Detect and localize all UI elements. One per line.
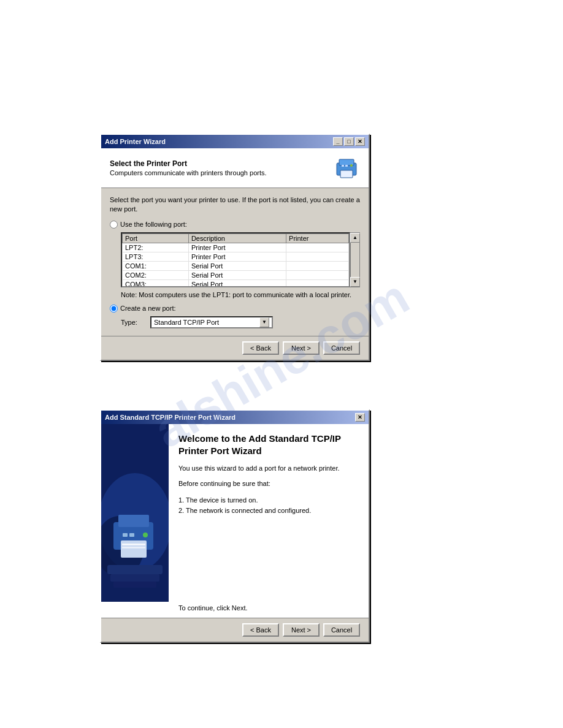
table-row[interactable]: COM1:Serial Port [123, 261, 349, 270]
svg-rect-10 [118, 515, 149, 527]
close-button[interactable]: ✕ [355, 137, 365, 146]
create-new-label: Create a new port: [120, 305, 176, 312]
use-following-port-option[interactable]: Use the following port: [110, 221, 360, 229]
cancel-button[interactable]: Cancel [323, 341, 360, 355]
col-printer: Printer [286, 233, 349, 243]
back-button[interactable]: < Back [242, 341, 279, 355]
sidebar-image [101, 424, 169, 602]
dialog2-description: You use this wizard to add a port for a … [178, 464, 359, 473]
dialog1-footer: < Back Next > Cancel [101, 336, 369, 360]
dialog2-footer: < Back Next > Cancel [101, 618, 369, 642]
svg-rect-2 [340, 170, 353, 178]
titlebar-buttons: _ □ ✕ [333, 137, 365, 146]
table-row[interactable]: LPT3:Printer Port [123, 252, 349, 261]
checklist: 1. The device is turned on. 2. The netwo… [178, 495, 359, 517]
table-cell [286, 279, 349, 287]
table-cell [286, 252, 349, 261]
wizard-header-text: Select the Printer Port Computers commun… [110, 159, 267, 176]
dialog2-cancel-button[interactable]: Cancel [323, 623, 360, 637]
continue-text-area: To continue, click Next. [101, 602, 369, 618]
dialog1-titlebar: Add Printer Wizard _ □ ✕ [101, 135, 369, 148]
svg-rect-16 [122, 547, 145, 548]
scroll-down-button[interactable]: ▼ [350, 277, 360, 287]
minimize-button[interactable]: _ [333, 137, 343, 146]
table-cell: LPT2: [123, 243, 189, 252]
table-cell: COM2: [123, 270, 189, 279]
create-new-port-option[interactable]: Create a new port: [110, 305, 360, 313]
svg-point-14 [143, 533, 148, 537]
create-port-row: Type: Standard TCP/IP Port ▼ [121, 316, 360, 328]
add-printer-wizard-dialog: Add Printer Wizard _ □ ✕ Select the Prin… [100, 134, 370, 361]
table-cell: Serial Port [188, 279, 286, 287]
dropdown-arrow-icon[interactable]: ▼ [259, 317, 269, 327]
use-existing-label: Use the following port: [120, 221, 187, 228]
printer-port-icon [333, 154, 360, 181]
svg-point-5 [350, 164, 353, 167]
table-cell [286, 261, 349, 270]
dialog2-title: Add Standard TCP/IP Printer Port Wizard [105, 414, 236, 421]
svg-rect-11 [121, 540, 147, 558]
table-cell [286, 243, 349, 252]
svg-rect-17 [107, 565, 163, 574]
svg-rect-19 [113, 582, 156, 588]
port-scrollbar[interactable]: ▲ ▼ [350, 232, 360, 287]
svg-rect-15 [122, 544, 145, 545]
svg-rect-18 [110, 574, 159, 582]
next-button[interactable]: Next > [283, 341, 320, 355]
table-cell: LPT3: [123, 252, 189, 261]
checklist-item-2: 2. The network is connected and configur… [178, 506, 359, 517]
table-row[interactable]: COM3:Serial Port [123, 279, 349, 287]
create-new-radio[interactable] [110, 305, 118, 313]
table-cell: Serial Port [188, 270, 286, 279]
dialog2-titlebar-buttons: ✕ [355, 413, 365, 422]
table-row[interactable]: LPT2:Printer Port [123, 243, 349, 252]
table-cell: COM3: [123, 279, 189, 287]
wizard-content: Select the port you want your printer to… [101, 188, 369, 336]
svg-rect-12 [123, 533, 128, 537]
sidebar-decoration [101, 424, 169, 602]
col-description: Description [188, 233, 286, 243]
port-table: Port Description Printer LPT2:Printer Po… [122, 233, 349, 287]
svg-rect-3 [342, 165, 344, 167]
col-port: Port [123, 233, 189, 243]
lpt1-note: Note: Most computers use the LPT1: port … [121, 291, 360, 298]
table-cell: COM1: [123, 261, 189, 270]
wizard-header-subtitle: Computers communicate with printers thro… [110, 169, 267, 176]
port-table-wrapper: Port Description Printer LPT2:Printer Po… [121, 232, 360, 287]
table-cell: Printer Port [188, 252, 286, 261]
dialog2-sidebar [101, 424, 169, 602]
dropdown-value: Standard TCP/IP Port [154, 319, 219, 326]
before-label: Before continuing be sure that: [178, 479, 359, 488]
continue-text: To continue, click Next. [178, 604, 248, 612]
dialog1-title: Add Printer Wizard [105, 138, 166, 145]
use-existing-radio[interactable] [110, 221, 118, 229]
tcpip-wizard-dialog: Add Standard TCP/IP Printer Port Wizard … [100, 409, 370, 643]
dialog2-heading: Welcome to the Add Standard TCP/IP Print… [178, 433, 359, 457]
wizard-description: Select the port you want your printer to… [110, 195, 360, 214]
maximize-button[interactable]: □ [344, 137, 354, 146]
wizard-header-title: Select the Printer Port [110, 159, 267, 168]
port-type-dropdown[interactable]: Standard TCP/IP Port ▼ [150, 316, 273, 328]
dialog2-back-button[interactable]: < Back [242, 623, 279, 637]
table-cell [286, 270, 349, 279]
scroll-up-button[interactable]: ▲ [350, 233, 360, 243]
table-cell: Serial Port [188, 261, 286, 270]
dialog2-close-button[interactable]: ✕ [355, 413, 365, 422]
table-row[interactable]: COM2:Serial Port [123, 270, 349, 279]
dialog2-body: Welcome to the Add Standard TCP/IP Print… [101, 424, 369, 602]
type-label: Type: [121, 319, 145, 326]
table-cell: Printer Port [188, 243, 286, 252]
svg-rect-4 [345, 165, 348, 167]
svg-rect-13 [129, 533, 134, 537]
dialog2-next-button[interactable]: Next > [283, 623, 320, 637]
dialog2-titlebar: Add Standard TCP/IP Printer Port Wizard … [101, 411, 369, 424]
scroll-thumb[interactable] [351, 243, 359, 277]
checklist-item-1: 1. The device is turned on. [178, 495, 359, 506]
wizard-header: Select the Printer Port Computers commun… [101, 148, 369, 188]
port-table-scroll[interactable]: Port Description Printer LPT2:Printer Po… [121, 232, 350, 287]
dialog2-main-content: Welcome to the Add Standard TCP/IP Print… [169, 424, 369, 602]
